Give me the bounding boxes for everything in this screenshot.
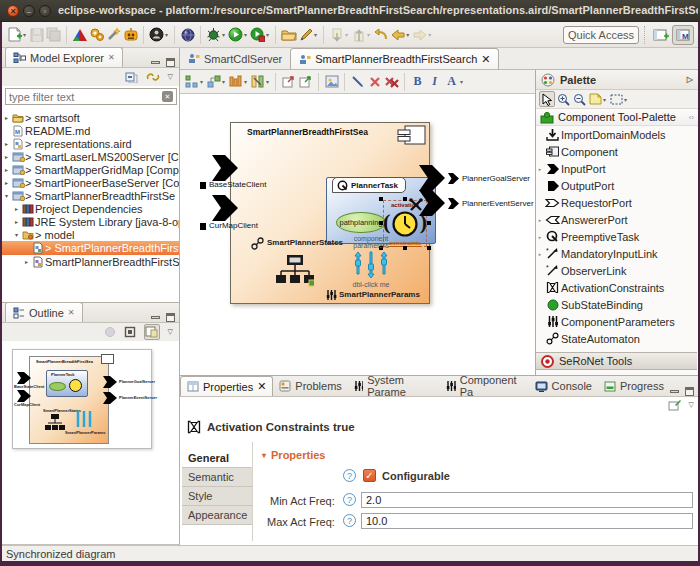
selection-handle[interactable]	[379, 221, 383, 225]
export-image-icon[interactable]	[297, 73, 314, 91]
tab-problems[interactable]: Problems	[273, 376, 347, 396]
minimize-view-icon[interactable]	[670, 390, 679, 393]
maximize-view-icon[interactable]	[166, 58, 175, 67]
quick-access-box[interactable]: Quick Access	[563, 26, 639, 44]
expander-icon[interactable]: ▸	[536, 251, 544, 257]
expander-icon[interactable]: ▸	[536, 166, 544, 172]
wand-icon[interactable]	[105, 26, 122, 44]
run-external-icon[interactable]	[249, 26, 266, 44]
run-icon[interactable]	[227, 26, 244, 44]
palette-drawer-header[interactable]: Component Tool-Palette ‹›	[536, 109, 698, 126]
tree-row[interactable]: ▾ > SmartPlannerBreadthFirstSe	[2, 189, 179, 202]
expander-icon[interactable]: ▸	[2, 179, 11, 186]
port-label[interactable]: CurMapClient	[209, 221, 258, 230]
selection-handle[interactable]	[379, 197, 383, 201]
palette-item-stateautomaton[interactable]: StateAutomaton	[536, 330, 697, 347]
prev-annotation-icon[interactable]	[350, 26, 367, 44]
export-diagram-icon[interactable]	[280, 73, 297, 91]
port-plannereventserver[interactable]	[419, 190, 445, 216]
side-tab-style[interactable]: Style	[182, 487, 252, 506]
font-button[interactable]: A	[443, 73, 460, 91]
outline-mode2-icon[interactable]	[124, 326, 136, 338]
layers-icon[interactable]	[183, 73, 200, 91]
dropdown-caret[interactable]: ▾	[345, 31, 348, 38]
port-label[interactable]: PlannerEventServer	[462, 199, 534, 208]
back-icon[interactable]	[389, 26, 406, 44]
tab-outline[interactable]: Outline ✕	[5, 302, 83, 322]
pencil-icon[interactable]	[297, 26, 314, 44]
expander-icon[interactable]: ▸	[2, 166, 11, 173]
save-all-icon[interactable]	[45, 26, 62, 44]
dropdown-caret[interactable]: ▾	[222, 31, 225, 38]
selection-handle[interactable]	[403, 246, 407, 250]
diagram-canvas[interactable]: SmartPlannerBreadthFirstSea PlannerTask …	[180, 94, 535, 375]
palette-drawer-seronet[interactable]: SeRoNet Tools	[536, 352, 697, 370]
tree-row[interactable]: ▸ JRE System Library [java-8-op	[2, 215, 179, 228]
tab-smartcdlserver[interactable]: SmartCdlServer	[180, 48, 290, 69]
component-node[interactable]: SmartPlannerBreadthFirstSea PlannerTask …	[230, 122, 430, 304]
minimize-button[interactable]: –	[23, 5, 35, 17]
collapse-palette-icon[interactable]: ▷	[687, 75, 693, 84]
clear-filter-icon[interactable]: ✕	[162, 91, 173, 102]
dropdown-caret[interactable]: ▾	[406, 31, 409, 38]
dropdown-caret[interactable]: ▾	[23, 31, 26, 38]
dropdown-caret[interactable]: ▾	[460, 78, 463, 85]
build-icon[interactable]	[71, 26, 88, 44]
expander-icon[interactable]: ▸	[2, 153, 11, 160]
note-tool-icon[interactable]	[587, 91, 603, 107]
dropdown-caret[interactable]: ▾	[244, 78, 247, 85]
palette-header[interactable]: Palette ▷	[536, 70, 698, 90]
palette-item-mandatoryinputlink[interactable]: ▸ * MandatoryInputLink	[536, 245, 697, 262]
layout-n-icon[interactable]	[249, 73, 266, 91]
pin-editor-icon[interactable]	[668, 399, 681, 411]
tab-smartplannerbreadthfirstsearch[interactable]: SmartPlannerBreadthFirstSearch ✕	[290, 48, 499, 69]
tree-row[interactable]: ▸ Project Dependencies	[2, 202, 179, 215]
dropdown-caret[interactable]: ▾	[428, 31, 431, 38]
drawer-collapse-icon[interactable]: ‹›	[689, 113, 694, 122]
maximize-button[interactable]: ▫	[39, 5, 51, 17]
select-tool-icon[interactable]	[539, 91, 555, 107]
next-annotation-icon[interactable]	[328, 26, 345, 44]
palette-item-activationconstraints[interactable]: ActivationConstraints	[536, 279, 697, 296]
marquee-tool-icon[interactable]	[608, 91, 624, 107]
modeling-perspective-icon[interactable]: M	[672, 25, 694, 45]
open-folder-icon[interactable]	[280, 26, 297, 44]
dropdown-caret[interactable]: ▾	[266, 31, 269, 38]
copy-image-icon[interactable]	[323, 73, 340, 91]
last-edit-icon[interactable]	[372, 26, 389, 44]
palette-item-answererport[interactable]: ▸ AnswererPort	[536, 211, 697, 228]
side-tab-general[interactable]: General	[182, 449, 252, 468]
dropdown-caret[interactable]: ▾	[222, 78, 225, 85]
debug-icon[interactable]	[205, 26, 222, 44]
side-tab-appearance[interactable]: Appearance	[182, 506, 252, 525]
help-icon[interactable]: ?	[343, 493, 356, 506]
view-menu-icon[interactable]: ▽	[689, 401, 694, 409]
selection-handle[interactable]	[427, 221, 431, 225]
dropdown-caret[interactable]: ▾	[624, 96, 627, 103]
expander-icon[interactable]: ▸	[12, 218, 21, 225]
forward-icon[interactable]	[411, 26, 428, 44]
max-act-freq-input[interactable]	[361, 513, 693, 529]
tab-properties[interactable]: Properties ✕	[180, 376, 273, 396]
user-icon[interactable]	[148, 26, 165, 44]
port-label[interactable]: BaseStateClient	[209, 180, 266, 189]
bold-button[interactable]: B	[409, 73, 426, 91]
selection-handle[interactable]	[403, 197, 407, 201]
maximize-view-icon[interactable]	[685, 387, 694, 396]
tab-console[interactable]: Console	[529, 376, 598, 396]
expander-icon[interactable]: ▸	[536, 217, 544, 223]
web-icon[interactable]	[179, 26, 196, 44]
italic-button[interactable]: I	[426, 73, 443, 91]
view-menu-icon[interactable]: ▽	[168, 73, 173, 81]
orgchart-icon[interactable]	[276, 254, 314, 290]
configurable-checkbox[interactable]: ✓	[363, 469, 376, 482]
states-label[interactable]: SmartPlannerStates	[267, 238, 343, 247]
dropdown-caret[interactable]: ▾	[200, 78, 203, 85]
tree-row[interactable]: ▸ > representations.aird	[2, 137, 179, 150]
palette-item-component[interactable]: Component	[536, 143, 697, 160]
palette-item-preemptivetask[interactable]: ▸ PreemptiveTask	[536, 228, 697, 245]
min-act-freq-input[interactable]	[361, 492, 693, 508]
close-icon[interactable]: ✕	[481, 53, 490, 66]
expander-icon[interactable]: ▸	[22, 258, 31, 265]
filters-icon[interactable]	[227, 73, 244, 91]
